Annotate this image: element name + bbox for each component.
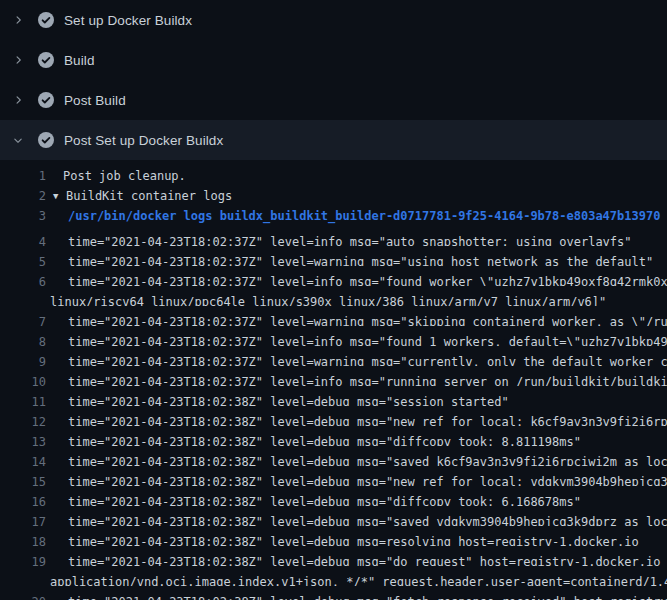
- log-line: 20time="2021-04-23T18:02:38Z" level=debu…: [0, 586, 667, 600]
- log-line-number[interactable]: 17: [0, 512, 46, 526]
- log-line: 11time="2021-04-23T18:02:38Z" level=debu…: [0, 386, 667, 406]
- log-line-number[interactable]: 7: [0, 312, 46, 326]
- group-label: BuildKit container logs: [66, 189, 232, 203]
- log-line-text: time="2021-04-23T18:02:37Z" level=warnin…: [68, 352, 667, 366]
- log-line-number[interactable]: 11: [0, 392, 46, 406]
- log-line-text: time="2021-04-23T18:02:38Z" level=debug …: [68, 432, 581, 446]
- chevron-right-icon: [10, 52, 26, 68]
- log-line-number[interactable]: 1: [0, 166, 46, 186]
- log-line-number[interactable]: 16: [0, 492, 46, 506]
- log-command-text: /usr/bin/docker logs buildx_buildkit_bui…: [68, 206, 660, 226]
- check-circle-icon: [38, 92, 54, 108]
- log-line: 5time="2021-04-23T18:02:37Z" level=warni…: [0, 246, 667, 266]
- log-line-number[interactable]: 20: [0, 592, 46, 600]
- log-line-number[interactable]: 19: [0, 552, 46, 566]
- log-line: 1Post job cleanup.: [0, 166, 667, 186]
- log-line: 2▼BuildKit container logs: [0, 186, 667, 206]
- log-line-continuation: application/vnd.oci.image.index.v1+json,…: [0, 566, 667, 586]
- log-line-number-empty: [0, 572, 46, 586]
- log-line-text: time="2021-04-23T18:02:37Z" level=warnin…: [68, 252, 653, 266]
- log-line: 7time="2021-04-23T18:02:37Z" level=warni…: [0, 306, 667, 326]
- log-line-text[interactable]: ▼BuildKit container logs: [53, 186, 232, 206]
- chevron-down-icon: [10, 132, 26, 148]
- step-label: Set up Docker Buildx: [64, 13, 192, 28]
- log-line: 3/usr/bin/docker logs buildx_buildkit_bu…: [0, 206, 667, 226]
- log-line-number[interactable]: 9: [0, 352, 46, 366]
- step-row[interactable]: Build: [0, 40, 667, 80]
- log-line-number[interactable]: 18: [0, 532, 46, 546]
- log-line: 6time="2021-04-23T18:02:37Z" level=info …: [0, 266, 667, 286]
- log-line-number[interactable]: 15: [0, 472, 46, 486]
- chevron-right-icon: [10, 12, 26, 28]
- log-view: 1Post job cleanup.2▼BuildKit container l…: [0, 160, 667, 600]
- check-circle-icon: [38, 52, 54, 68]
- log-line: 17time="2021-04-23T18:02:38Z" level=debu…: [0, 506, 667, 526]
- log-line: 8time="2021-04-23T18:02:37Z" level=info …: [0, 326, 667, 346]
- log-line: 15time="2021-04-23T18:02:38Z" level=debu…: [0, 466, 667, 486]
- log-line-text: time="2021-04-23T18:02:38Z" level=debug …: [68, 472, 667, 486]
- step-row[interactable]: Set up Docker Buildx: [0, 0, 667, 40]
- log-line: 14time="2021-04-23T18:02:38Z" level=debu…: [0, 446, 667, 466]
- log-line-continuation: linux/riscv64 linux/ppc64le linux/s390x …: [0, 286, 667, 306]
- log-line-text: time="2021-04-23T18:02:38Z" level=debug …: [68, 452, 667, 466]
- log-line-number[interactable]: 6: [0, 272, 46, 286]
- log-line: 9time="2021-04-23T18:02:37Z" level=warni…: [0, 346, 667, 366]
- actions-log-panel: Set up Docker Buildx Build Post Build: [0, 0, 667, 600]
- log-line-number[interactable]: 4: [0, 232, 46, 246]
- log-line-text: time="2021-04-23T18:02:38Z" level=debug …: [68, 532, 639, 546]
- log-line-text: time="2021-04-23T18:02:37Z" level=warnin…: [68, 312, 667, 326]
- log-line-text: time="2021-04-23T18:02:37Z" level=info m…: [68, 372, 667, 386]
- log-line-text: time="2021-04-23T18:02:37Z" level=info m…: [68, 232, 632, 246]
- log-line-text: Post job cleanup.: [63, 166, 186, 186]
- log-line: 13time="2021-04-23T18:02:38Z" level=debu…: [0, 426, 667, 446]
- log-line: 4time="2021-04-23T18:02:37Z" level=info …: [0, 226, 667, 246]
- log-line-text: time="2021-04-23T18:02:37Z" level=info m…: [68, 272, 667, 286]
- log-line-number[interactable]: 5: [0, 252, 46, 266]
- log-line: 12time="2021-04-23T18:02:38Z" level=debu…: [0, 406, 667, 426]
- log-line-number[interactable]: 2: [0, 186, 46, 206]
- step-row[interactable]: Post Set up Docker Buildx: [0, 120, 667, 160]
- log-line-number[interactable]: 10: [0, 372, 46, 386]
- step-row[interactable]: Post Build: [0, 80, 667, 120]
- log-line: 19time="2021-04-23T18:02:38Z" level=debu…: [0, 546, 667, 566]
- log-line-text: time="2021-04-23T18:02:38Z" level=debug …: [68, 492, 581, 506]
- check-circle-icon: [38, 12, 54, 28]
- check-circle-icon: [38, 132, 54, 148]
- log-line-text: linux/riscv64 linux/ppc64le linux/s390x …: [50, 292, 606, 306]
- log-line-number[interactable]: 12: [0, 412, 46, 426]
- log-line: 10time="2021-04-23T18:02:37Z" level=info…: [0, 366, 667, 386]
- chevron-right-icon: [10, 92, 26, 108]
- log-line-text: time="2021-04-23T18:02:38Z" level=debug …: [68, 412, 667, 426]
- log-line-number[interactable]: 8: [0, 332, 46, 346]
- log-line-number[interactable]: 14: [0, 452, 46, 466]
- step-label: Post Set up Docker Buildx: [64, 133, 223, 148]
- log-line-text: time="2021-04-23T18:02:38Z" level=debug …: [68, 392, 509, 406]
- log-line-text: time="2021-04-23T18:02:38Z" level=debug …: [68, 512, 667, 526]
- log-line-text: application/vnd.oci.image.index.v1+json,…: [50, 572, 667, 586]
- step-label: Post Build: [64, 93, 126, 108]
- log-line-text: time="2021-04-23T18:02:38Z" level=debug …: [68, 552, 667, 566]
- log-line-number[interactable]: 3: [0, 206, 46, 226]
- log-line-text: time="2021-04-23T18:02:37Z" level=info m…: [68, 332, 667, 346]
- step-label: Build: [64, 53, 95, 68]
- log-line: 18time="2021-04-23T18:02:38Z" level=debu…: [0, 526, 667, 546]
- steps-list: Set up Docker Buildx Build Post Build: [0, 0, 667, 160]
- triangle-down-icon: ▼: [53, 186, 66, 206]
- log-line-number[interactable]: 13: [0, 432, 46, 446]
- log-line-number-empty: [0, 292, 46, 306]
- log-line: 16time="2021-04-23T18:02:38Z" level=debu…: [0, 486, 667, 506]
- log-line-text: time="2021-04-23T18:02:38Z" level=debug …: [68, 592, 667, 600]
